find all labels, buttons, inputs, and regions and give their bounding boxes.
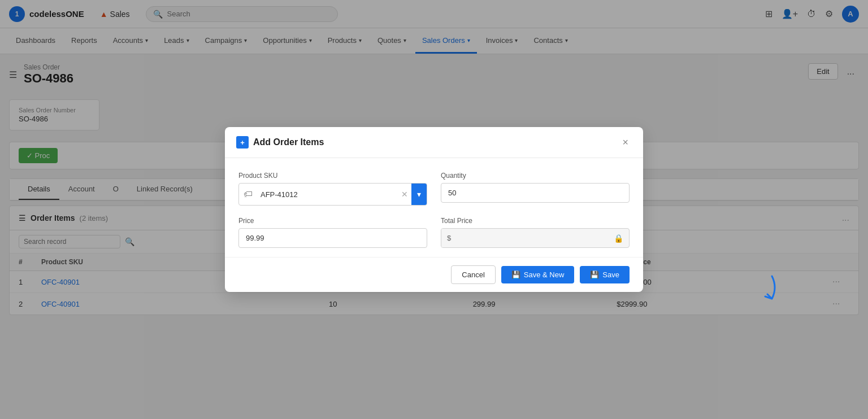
arrow-annotation	[744, 270, 778, 306]
save-and-new-button[interactable]: 💾 Save & New	[501, 266, 575, 283]
price-label: Price	[238, 217, 427, 225]
save-button[interactable]: 💾 Save	[580, 266, 630, 283]
form-grid: Product SKU 🏷 ✕ ▾ Quantity	[238, 172, 630, 248]
price-field: Price	[238, 217, 427, 248]
total-price-field: Total Price $ 🔒	[441, 217, 630, 248]
dollar-sign: $	[441, 229, 457, 247]
lock-icon: 🔒	[608, 234, 629, 243]
total-price-label: Total Price	[441, 217, 630, 225]
modal-header-icon: +	[236, 136, 249, 149]
quantity-field: Quantity	[441, 172, 630, 206]
modal-title: Add Order Items	[253, 137, 614, 147]
sku-dropdown-button[interactable]: ▾	[411, 184, 427, 205]
quantity-input[interactable]	[441, 183, 630, 203]
sku-input-wrapper: 🏷 ✕ ▾	[238, 183, 427, 206]
price-input[interactable]	[238, 228, 427, 248]
modal-body: Product SKU 🏷 ✕ ▾ Quantity	[225, 158, 643, 257]
modal-overlay: + Add Order Items × Product SKU 🏷 ✕ ▾	[0, 0, 868, 324]
sku-icon: 🏷	[239, 189, 257, 199]
save-new-icon: 💾	[511, 270, 520, 279]
modal-header: + Add Order Items ×	[225, 127, 643, 158]
save-icon: 💾	[590, 270, 599, 279]
cancel-button[interactable]: Cancel	[451, 265, 495, 284]
product-sku-field: Product SKU 🏷 ✕ ▾	[238, 172, 427, 206]
modal-close-button[interactable]: ×	[619, 136, 632, 149]
total-price-wrapper: $ 🔒	[441, 228, 630, 248]
quantity-label: Quantity	[441, 172, 630, 180]
product-sku-input[interactable]	[257, 185, 398, 204]
sku-clear-button[interactable]: ✕	[398, 190, 411, 199]
add-order-items-modal: + Add Order Items × Product SKU 🏷 ✕ ▾	[225, 127, 643, 292]
total-price-input[interactable]	[457, 229, 608, 247]
modal-footer: Cancel 💾 Save & New 💾 Save	[225, 257, 643, 292]
product-sku-label: Product SKU	[238, 172, 427, 180]
